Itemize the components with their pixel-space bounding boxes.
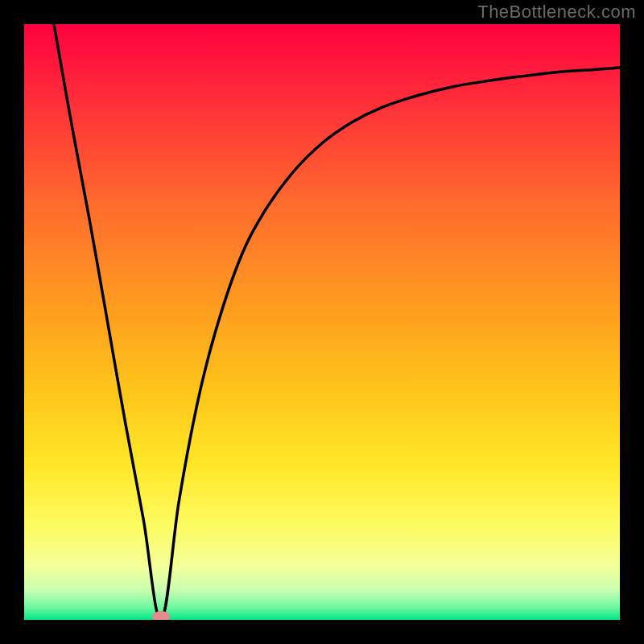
watermark-text: TheBottleneck.com xyxy=(477,2,636,23)
plot-area xyxy=(24,24,620,620)
gradient-background xyxy=(24,24,620,620)
chart-frame: TheBottleneck.com xyxy=(0,0,644,644)
plot-svg xyxy=(24,24,620,620)
